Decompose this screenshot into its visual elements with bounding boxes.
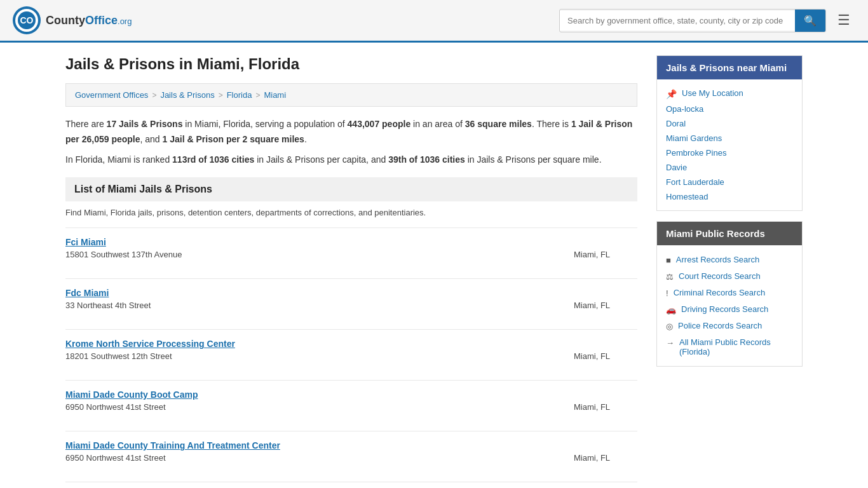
breadcrumb-item-jails[interactable]: Jails & Prisons xyxy=(160,90,214,100)
logo-icon: CO xyxy=(13,6,41,34)
pub-records-icon: ! xyxy=(666,288,668,298)
facility-city: Miami, FL xyxy=(574,301,637,310)
list-item: Miami Dade County Training And Treatment… xyxy=(65,431,637,469)
stats-text-7: In Florida, Miami is ranked xyxy=(65,154,172,165)
facility-name[interactable]: Fci Miami xyxy=(65,237,637,247)
pub-records-icon: → xyxy=(666,338,674,348)
pub-records-link[interactable]: ■Arrest Records Search xyxy=(666,252,793,268)
facility-address: 6950 Northwest 41st Street xyxy=(65,402,166,412)
nearby-city-link[interactable]: Miami Gardens xyxy=(666,131,793,146)
stats-bold-2: 443,007 people xyxy=(348,119,411,129)
nearby-city-link[interactable]: Davie xyxy=(666,160,793,175)
use-my-location-label: Use My Location xyxy=(682,88,743,98)
pub-records-label: Arrest Records Search xyxy=(676,255,760,264)
breadcrumb-sep-1: > xyxy=(152,91,156,100)
pub-records-label: Police Records Search xyxy=(678,321,762,330)
pub-records-link[interactable]: →All Miami Public Records (Florida) xyxy=(666,334,793,360)
nearby-header: Jails & Prisons near Miami xyxy=(657,56,802,79)
stats-bold-3: 36 square miles xyxy=(465,119,532,129)
stats-text-3: in an area of xyxy=(410,119,465,129)
stats-bold-5: 1 Jail & Prison per 2 square miles xyxy=(163,134,304,144)
page-title: Jails & Prisons in Miami, Florida xyxy=(65,55,637,73)
logo-text: CountyOffice.org xyxy=(46,14,132,27)
breadcrumb-item-florida[interactable]: Florida xyxy=(227,90,252,100)
pub-records-link[interactable]: !Criminal Records Search xyxy=(666,285,793,301)
facility-address: 18201 Southwest 12th Street xyxy=(65,351,172,361)
stats-text-8: in Jails & Prisons per capita, and xyxy=(254,154,388,165)
facility-address: 15801 Southwest 137th Avenue xyxy=(65,250,182,259)
pub-records-link[interactable]: ⚖Court Records Search xyxy=(666,268,793,285)
stats-text-2: in Miami, Florida, serving a population … xyxy=(182,119,347,129)
pub-records-link[interactable]: ◎Police Records Search xyxy=(666,318,793,334)
public-records-box: Miami Public Records ■Arrest Records Sea… xyxy=(656,221,803,367)
pub-records-icon: ⚖ xyxy=(666,272,674,281)
facility-name[interactable]: Fdc Miami xyxy=(65,288,637,298)
list-item: Miami Dade Regional Juvenile Detention C… xyxy=(65,482,637,488)
facility-row: 6950 Northwest 41st StreetMiami, FL xyxy=(65,402,637,412)
pub-records-icon: 🚗 xyxy=(666,305,676,315)
pub-records-label: All Miami Public Records (Florida) xyxy=(679,337,793,356)
facility-city: Miami, FL xyxy=(574,351,637,361)
nearby-city-link[interactable]: Doral xyxy=(666,116,793,131)
pub-records-list: ■Arrest Records Search⚖Court Records Sea… xyxy=(666,252,793,360)
search-button[interactable]: 🔍 xyxy=(795,10,825,32)
search-input[interactable] xyxy=(560,11,795,30)
pub-records-label: Court Records Search xyxy=(679,271,761,281)
stats-text-6: . xyxy=(304,134,307,144)
facility-name[interactable]: Krome North Service Processing Center xyxy=(65,339,637,349)
breadcrumb-sep-3: > xyxy=(255,91,260,100)
main-content: Jails & Prisons in Miami, Florida Govern… xyxy=(65,55,637,488)
nearby-city-link[interactable]: Opa-locka xyxy=(666,102,793,116)
svg-text:CO: CO xyxy=(20,15,34,25)
search-icon: 🔍 xyxy=(804,15,817,26)
location-pin-icon: 📌 xyxy=(666,89,677,99)
pub-records-label: Driving Records Search xyxy=(681,304,768,314)
use-my-location-link[interactable]: 📌 Use My Location xyxy=(666,86,793,102)
facility-address: 33 Northeast 4th Street xyxy=(65,301,151,310)
menu-button[interactable]: ☰ xyxy=(832,10,855,31)
divider xyxy=(65,227,637,228)
facility-row: 33 Northeast 4th StreetMiami, FL xyxy=(65,301,637,310)
stats-section: There are 17 Jails & Prisons in Miami, F… xyxy=(65,117,637,167)
pub-records-link[interactable]: 🚗Driving Records Search xyxy=(666,301,793,318)
divider xyxy=(65,278,637,279)
hamburger-icon: ☰ xyxy=(837,12,850,28)
pub-records-icon: ■ xyxy=(666,255,671,265)
divider xyxy=(65,329,637,330)
breadcrumb: Government Offices > Jails & Prisons > F… xyxy=(65,83,637,107)
facility-city: Miami, FL xyxy=(574,453,637,463)
sidebar: Jails & Prisons near Miami 📌 Use My Loca… xyxy=(656,55,803,488)
divider xyxy=(65,482,637,482)
list-item: Krome North Service Processing Center182… xyxy=(65,329,637,367)
logo-area: CO CountyOffice.org xyxy=(13,6,132,34)
breadcrumb-sep-2: > xyxy=(219,91,223,100)
nearby-cities-list: Opa-lockaDoralMiami GardensPembroke Pine… xyxy=(666,102,793,204)
breadcrumb-item-gov[interactable]: Government Offices xyxy=(75,90,148,100)
facility-name[interactable]: Miami Dade County Boot Camp xyxy=(65,390,637,400)
facility-city: Miami, FL xyxy=(574,402,637,412)
stats-text-5: , and xyxy=(140,134,163,144)
facility-row: 15801 Southwest 137th AvenueMiami, FL xyxy=(65,250,637,259)
divider xyxy=(65,380,637,381)
divider xyxy=(65,431,637,431)
site-header: CO CountyOffice.org 🔍 ☰ xyxy=(0,0,868,43)
nearby-city-link[interactable]: Homestead xyxy=(666,189,793,204)
public-records-body: ■Arrest Records Search⚖Court Records Sea… xyxy=(657,245,802,366)
facility-list: Fci Miami15801 Southwest 137th AvenueMia… xyxy=(65,227,637,488)
pub-records-label: Criminal Records Search xyxy=(674,288,766,297)
facility-city: Miami, FL xyxy=(574,250,637,259)
header-right: 🔍 ☰ xyxy=(559,9,855,32)
stats-text-4: . There is xyxy=(532,119,571,129)
stats-text-1: There are xyxy=(65,119,107,129)
facility-name[interactable]: Miami Dade County Training And Treatment… xyxy=(65,440,637,451)
nearby-city-link[interactable]: Fort Lauderdale xyxy=(666,175,793,189)
public-records-header: Miami Public Records xyxy=(657,222,802,245)
nearby-city-link[interactable]: Pembroke Pines xyxy=(666,146,793,160)
breadcrumb-item-miami[interactable]: Miami xyxy=(264,90,286,100)
nearby-box: Jails & Prisons near Miami 📌 Use My Loca… xyxy=(656,55,803,211)
facility-address: 6950 Northwest 41st Street xyxy=(65,453,166,463)
list-item: Fci Miami15801 Southwest 137th AvenueMia… xyxy=(65,227,637,266)
list-item: Fdc Miami33 Northeast 4th StreetMiami, F… xyxy=(65,278,637,316)
list-description: Find Miami, Florida jails, prisons, dete… xyxy=(65,208,637,217)
nearby-body: 📌 Use My Location Opa-lockaDoralMiami Ga… xyxy=(657,79,802,210)
